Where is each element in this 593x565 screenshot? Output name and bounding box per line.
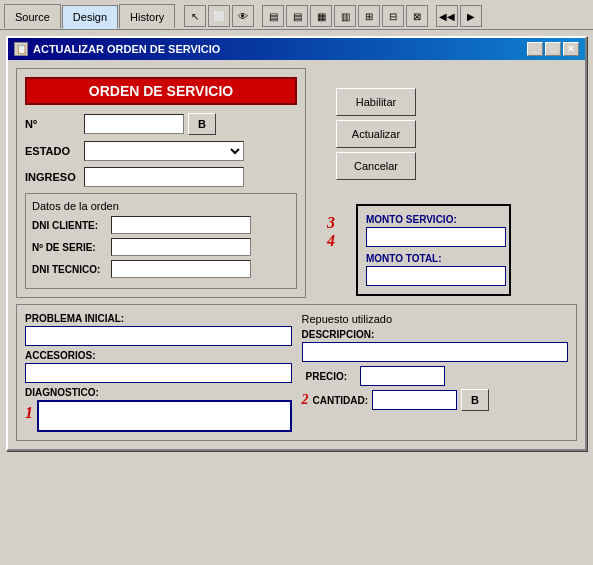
window-title: ACTUALIZAR ORDEN DE SERVICIO <box>33 43 220 55</box>
window-title-left: 📋 ACTUALIZAR ORDEN DE SERVICIO <box>14 42 220 56</box>
service-title: ORDEN DE SERVICIO <box>25 77 297 105</box>
cancelar-button[interactable]: Cancelar <box>336 152 416 180</box>
tab-bar: Source Design History ↖ ⬜ 👁 ▤ ▤ ▦ ▥ ⊞ ⊟ … <box>0 0 593 30</box>
top-section: ORDEN DE SERVICIO Nº B ESTADO INGRESO <box>16 68 577 298</box>
n-serie-label: Nº DE SERIE: <box>32 242 107 253</box>
estado-select[interactable] <box>84 141 244 161</box>
descripcion-label: DESCRIPCION: <box>302 329 569 340</box>
tab-history[interactable]: History <box>119 4 175 28</box>
toolbar-eye-btn[interactable]: 👁 <box>232 5 254 27</box>
left-panel: ORDEN DE SERVICIO Nº B ESTADO INGRESO <box>16 68 306 298</box>
maximize-button[interactable]: □ <box>545 42 561 56</box>
tab-design-label: Design <box>73 11 107 23</box>
dni-cliente-label: DNI CLIENTE: <box>32 220 107 231</box>
problema-label: PROBLEMA INICIAL: <box>25 313 292 324</box>
tab-history-label: History <box>130 11 164 23</box>
cantidad-input[interactable] <box>372 390 457 410</box>
datos-title: Datos de la orden <box>32 200 290 212</box>
descripcion-input[interactable] <box>302 342 569 362</box>
annotation-1: 1 <box>25 404 33 422</box>
monto-total-input[interactable] <box>366 266 506 286</box>
n-serie-input[interactable] <box>111 238 251 256</box>
tab-source[interactable]: Source <box>4 4 61 28</box>
precio-label: PRECIO: <box>306 371 356 382</box>
accesorios-label: ACCESORIOS: <box>25 350 292 361</box>
toolbar-btn5[interactable]: ⊞ <box>358 5 380 27</box>
monto-area: 3 4 MONTO SERVICIO: MONTO TOTAL: <box>316 204 577 296</box>
toolbar-back-btn[interactable]: ◀◀ <box>436 5 458 27</box>
dni-tecnico-label: DNI TECNICO: <box>32 264 107 275</box>
datos-section: Datos de la orden DNI CLIENTE: Nº DE SER… <box>25 193 297 289</box>
bottom-right: Repuesto utilizado DESCRIPCION: PRECIO: … <box>302 313 569 432</box>
diagnostico-row: 1 <box>25 400 292 432</box>
toolbar-forward-btn[interactable]: ▶ <box>460 5 482 27</box>
window-content: ORDEN DE SERVICIO Nº B ESTADO INGRESO <box>8 60 585 449</box>
window-icon: 📋 <box>14 42 28 56</box>
toolbar-btn6[interactable]: ⊟ <box>382 5 404 27</box>
actualizar-button[interactable]: Actualizar <box>336 120 416 148</box>
annotation-2: 2 <box>302 392 309 408</box>
problema-input[interactable] <box>25 326 292 346</box>
monto-servicio-label: MONTO SERVICIO: <box>366 214 501 225</box>
dni-cliente-row: DNI CLIENTE: <box>32 216 290 234</box>
annotation-3: 3 <box>327 214 335 232</box>
accesorios-input[interactable] <box>25 363 292 383</box>
window-titlebar: 📋 ACTUALIZAR ORDEN DE SERVICIO _ □ ✕ <box>8 38 585 60</box>
annotations-34: 3 4 <box>316 214 346 250</box>
toolbar-btn4[interactable]: ▥ <box>334 5 356 27</box>
ingreso-input[interactable] <box>84 167 244 187</box>
precio-input[interactable] <box>360 366 445 386</box>
toolbar-btn3[interactable]: ▦ <box>310 5 332 27</box>
n-input[interactable] <box>84 114 184 134</box>
n-b-button[interactable]: B <box>188 113 216 135</box>
dni-cliente-input[interactable] <box>111 216 251 234</box>
close-button[interactable]: ✕ <box>563 42 579 56</box>
toolbar-cursor-btn[interactable]: ↖ <box>184 5 206 27</box>
buttons-area: Habilitar Actualizar Cancelar <box>316 68 577 200</box>
cantidad-row: 2 CANTIDAD: B <box>302 389 569 411</box>
toolbar-btn1[interactable]: ▤ <box>262 5 284 27</box>
n-serie-row: Nº DE SERIE: <box>32 238 290 256</box>
monto-servicio-input[interactable] <box>366 227 506 247</box>
estado-row: ESTADO <box>25 141 297 161</box>
toolbar: ↖ ⬜ 👁 ▤ ▤ ▦ ▥ ⊞ ⊟ ⊠ ◀◀ ▶ <box>184 5 482 27</box>
tab-source-label: Source <box>15 11 50 23</box>
toolbar-copy-btn[interactable]: ⬜ <box>208 5 230 27</box>
dni-tecnico-row: DNI TECNICO: <box>32 260 290 278</box>
bottom-section: PROBLEMA INICIAL: ACCESORIOS: DIAGNOSTIC… <box>16 304 577 441</box>
repuesto-title: Repuesto utilizado <box>302 313 569 325</box>
bottom-left: PROBLEMA INICIAL: ACCESORIOS: DIAGNOSTIC… <box>25 313 292 432</box>
n-label: Nº <box>25 118 80 130</box>
right-area: Habilitar Actualizar Cancelar 3 4 MONTO … <box>316 68 577 298</box>
habilitar-button[interactable]: Habilitar <box>336 88 416 116</box>
window-controls: _ □ ✕ <box>527 42 579 56</box>
minimize-button[interactable]: _ <box>527 42 543 56</box>
action-buttons-panel: Habilitar Actualizar Cancelar <box>326 68 426 200</box>
main-window: 📋 ACTUALIZAR ORDEN DE SERVICIO _ □ ✕ ORD… <box>6 36 587 451</box>
ingreso-row: INGRESO <box>25 167 297 187</box>
cantidad-label: CANTIDAD: <box>313 395 369 406</box>
toolbar-btn7[interactable]: ⊠ <box>406 5 428 27</box>
estado-label: ESTADO <box>25 145 80 157</box>
ingreso-label: INGRESO <box>25 171 80 183</box>
diagnostico-input[interactable] <box>37 400 292 432</box>
diagnostico-label: DIAGNOSTICO: <box>25 387 292 398</box>
monto-total-label: MONTO TOTAL: <box>366 253 501 264</box>
toolbar-btn2[interactable]: ▤ <box>286 5 308 27</box>
cantidad-b-button[interactable]: B <box>461 389 489 411</box>
annotation-4: 4 <box>327 232 335 250</box>
bottom-grid: PROBLEMA INICIAL: ACCESORIOS: DIAGNOSTIC… <box>25 313 568 432</box>
tab-design[interactable]: Design <box>62 5 118 29</box>
n-row: Nº B <box>25 113 297 135</box>
monto-section: MONTO SERVICIO: MONTO TOTAL: <box>356 204 511 296</box>
precio-row: PRECIO: <box>302 366 569 386</box>
dni-tecnico-input[interactable] <box>111 260 251 278</box>
